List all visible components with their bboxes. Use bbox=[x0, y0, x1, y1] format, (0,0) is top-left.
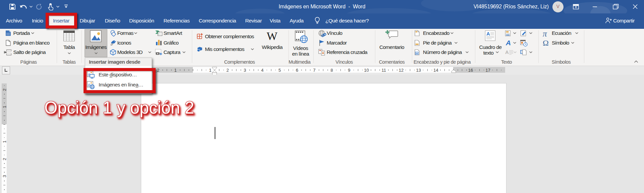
svg-text:A: A bbox=[486, 31, 490, 37]
svg-text:Opción 1 y opción 2: Opción 1 y opción 2 bbox=[44, 98, 194, 117]
